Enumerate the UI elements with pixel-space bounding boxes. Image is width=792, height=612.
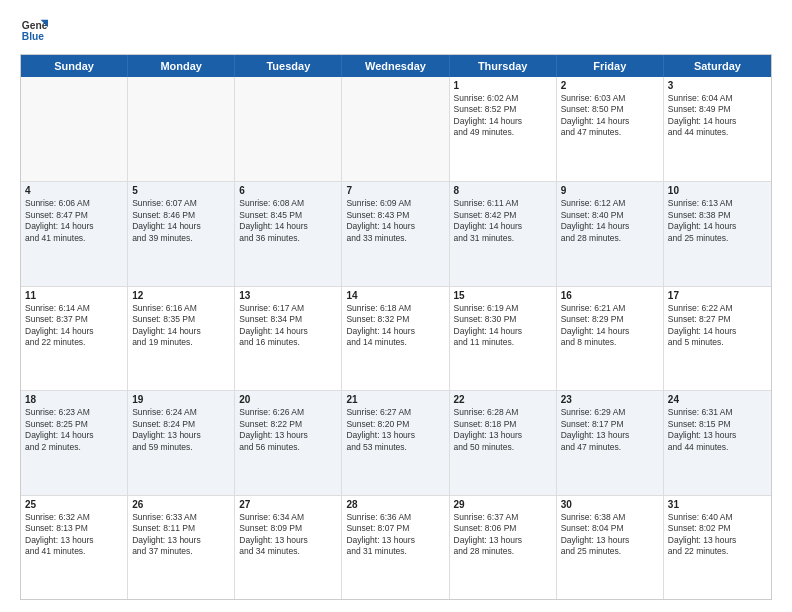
day-info: Sunrise: 6:03 AM Sunset: 8:50 PM Dayligh… (561, 93, 659, 139)
day-cell-14: 14Sunrise: 6:18 AM Sunset: 8:32 PM Dayli… (342, 287, 449, 390)
calendar-row-4: 18Sunrise: 6:23 AM Sunset: 8:25 PM Dayli… (21, 390, 771, 494)
empty-cell (21, 77, 128, 181)
day-cell-13: 13Sunrise: 6:17 AM Sunset: 8:34 PM Dayli… (235, 287, 342, 390)
day-number: 31 (668, 499, 767, 510)
empty-cell (235, 77, 342, 181)
day-info: Sunrise: 6:19 AM Sunset: 8:30 PM Dayligh… (454, 303, 552, 349)
day-info: Sunrise: 6:31 AM Sunset: 8:15 PM Dayligh… (668, 407, 767, 453)
day-number: 11 (25, 290, 123, 301)
day-number: 12 (132, 290, 230, 301)
day-number: 1 (454, 80, 552, 91)
day-info: Sunrise: 6:11 AM Sunset: 8:42 PM Dayligh… (454, 198, 552, 244)
header-day-monday: Monday (128, 55, 235, 77)
day-cell-27: 27Sunrise: 6:34 AM Sunset: 8:09 PM Dayli… (235, 496, 342, 599)
day-info: Sunrise: 6:17 AM Sunset: 8:34 PM Dayligh… (239, 303, 337, 349)
day-number: 5 (132, 185, 230, 196)
day-info: Sunrise: 6:23 AM Sunset: 8:25 PM Dayligh… (25, 407, 123, 453)
day-number: 27 (239, 499, 337, 510)
day-cell-1: 1Sunrise: 6:02 AM Sunset: 8:52 PM Daylig… (450, 77, 557, 181)
day-number: 10 (668, 185, 767, 196)
day-number: 21 (346, 394, 444, 405)
day-number: 30 (561, 499, 659, 510)
day-number: 23 (561, 394, 659, 405)
day-info: Sunrise: 6:18 AM Sunset: 8:32 PM Dayligh… (346, 303, 444, 349)
day-info: Sunrise: 6:06 AM Sunset: 8:47 PM Dayligh… (25, 198, 123, 244)
day-info: Sunrise: 6:33 AM Sunset: 8:11 PM Dayligh… (132, 512, 230, 558)
day-number: 24 (668, 394, 767, 405)
day-number: 26 (132, 499, 230, 510)
day-info: Sunrise: 6:28 AM Sunset: 8:18 PM Dayligh… (454, 407, 552, 453)
svg-text:Blue: Blue (22, 31, 45, 42)
header-day-friday: Friday (557, 55, 664, 77)
day-cell-24: 24Sunrise: 6:31 AM Sunset: 8:15 PM Dayli… (664, 391, 771, 494)
day-info: Sunrise: 6:07 AM Sunset: 8:46 PM Dayligh… (132, 198, 230, 244)
day-number: 14 (346, 290, 444, 301)
day-info: Sunrise: 6:08 AM Sunset: 8:45 PM Dayligh… (239, 198, 337, 244)
day-cell-25: 25Sunrise: 6:32 AM Sunset: 8:13 PM Dayli… (21, 496, 128, 599)
day-cell-11: 11Sunrise: 6:14 AM Sunset: 8:37 PM Dayli… (21, 287, 128, 390)
day-cell-4: 4Sunrise: 6:06 AM Sunset: 8:47 PM Daylig… (21, 182, 128, 285)
header-day-sunday: Sunday (21, 55, 128, 77)
day-info: Sunrise: 6:14 AM Sunset: 8:37 PM Dayligh… (25, 303, 123, 349)
day-cell-8: 8Sunrise: 6:11 AM Sunset: 8:42 PM Daylig… (450, 182, 557, 285)
day-cell-5: 5Sunrise: 6:07 AM Sunset: 8:46 PM Daylig… (128, 182, 235, 285)
day-number: 19 (132, 394, 230, 405)
day-number: 9 (561, 185, 659, 196)
calendar-row-2: 4Sunrise: 6:06 AM Sunset: 8:47 PM Daylig… (21, 181, 771, 285)
header-day-thursday: Thursday (450, 55, 557, 77)
day-number: 15 (454, 290, 552, 301)
header-day-tuesday: Tuesday (235, 55, 342, 77)
day-cell-28: 28Sunrise: 6:36 AM Sunset: 8:07 PM Dayli… (342, 496, 449, 599)
day-number: 18 (25, 394, 123, 405)
day-cell-21: 21Sunrise: 6:27 AM Sunset: 8:20 PM Dayli… (342, 391, 449, 494)
day-cell-7: 7Sunrise: 6:09 AM Sunset: 8:43 PM Daylig… (342, 182, 449, 285)
day-cell-18: 18Sunrise: 6:23 AM Sunset: 8:25 PM Dayli… (21, 391, 128, 494)
day-info: Sunrise: 6:21 AM Sunset: 8:29 PM Dayligh… (561, 303, 659, 349)
day-cell-10: 10Sunrise: 6:13 AM Sunset: 8:38 PM Dayli… (664, 182, 771, 285)
empty-cell (128, 77, 235, 181)
day-number: 3 (668, 80, 767, 91)
day-number: 7 (346, 185, 444, 196)
day-number: 17 (668, 290, 767, 301)
day-info: Sunrise: 6:38 AM Sunset: 8:04 PM Dayligh… (561, 512, 659, 558)
day-info: Sunrise: 6:22 AM Sunset: 8:27 PM Dayligh… (668, 303, 767, 349)
day-cell-20: 20Sunrise: 6:26 AM Sunset: 8:22 PM Dayli… (235, 391, 342, 494)
day-cell-9: 9Sunrise: 6:12 AM Sunset: 8:40 PM Daylig… (557, 182, 664, 285)
day-info: Sunrise: 6:12 AM Sunset: 8:40 PM Dayligh… (561, 198, 659, 244)
day-number: 2 (561, 80, 659, 91)
day-info: Sunrise: 6:02 AM Sunset: 8:52 PM Dayligh… (454, 93, 552, 139)
day-cell-29: 29Sunrise: 6:37 AM Sunset: 8:06 PM Dayli… (450, 496, 557, 599)
empty-cell (342, 77, 449, 181)
day-info: Sunrise: 6:29 AM Sunset: 8:17 PM Dayligh… (561, 407, 659, 453)
header-day-wednesday: Wednesday (342, 55, 449, 77)
day-cell-23: 23Sunrise: 6:29 AM Sunset: 8:17 PM Dayli… (557, 391, 664, 494)
day-info: Sunrise: 6:40 AM Sunset: 8:02 PM Dayligh… (668, 512, 767, 558)
calendar-row-5: 25Sunrise: 6:32 AM Sunset: 8:13 PM Dayli… (21, 495, 771, 599)
day-cell-17: 17Sunrise: 6:22 AM Sunset: 8:27 PM Dayli… (664, 287, 771, 390)
day-cell-22: 22Sunrise: 6:28 AM Sunset: 8:18 PM Dayli… (450, 391, 557, 494)
day-number: 16 (561, 290, 659, 301)
day-info: Sunrise: 6:37 AM Sunset: 8:06 PM Dayligh… (454, 512, 552, 558)
calendar-row-3: 11Sunrise: 6:14 AM Sunset: 8:37 PM Dayli… (21, 286, 771, 390)
calendar-body: 1Sunrise: 6:02 AM Sunset: 8:52 PM Daylig… (21, 77, 771, 599)
calendar: SundayMondayTuesdayWednesdayThursdayFrid… (20, 54, 772, 600)
day-number: 29 (454, 499, 552, 510)
day-info: Sunrise: 6:09 AM Sunset: 8:43 PM Dayligh… (346, 198, 444, 244)
day-info: Sunrise: 6:13 AM Sunset: 8:38 PM Dayligh… (668, 198, 767, 244)
page-header: General Blue (20, 16, 772, 44)
day-number: 8 (454, 185, 552, 196)
day-cell-31: 31Sunrise: 6:40 AM Sunset: 8:02 PM Dayli… (664, 496, 771, 599)
day-cell-26: 26Sunrise: 6:33 AM Sunset: 8:11 PM Dayli… (128, 496, 235, 599)
day-info: Sunrise: 6:24 AM Sunset: 8:24 PM Dayligh… (132, 407, 230, 453)
calendar-row-1: 1Sunrise: 6:02 AM Sunset: 8:52 PM Daylig… (21, 77, 771, 181)
day-cell-12: 12Sunrise: 6:16 AM Sunset: 8:35 PM Dayli… (128, 287, 235, 390)
day-cell-15: 15Sunrise: 6:19 AM Sunset: 8:30 PM Dayli… (450, 287, 557, 390)
day-info: Sunrise: 6:36 AM Sunset: 8:07 PM Dayligh… (346, 512, 444, 558)
day-number: 25 (25, 499, 123, 510)
day-cell-2: 2Sunrise: 6:03 AM Sunset: 8:50 PM Daylig… (557, 77, 664, 181)
header-day-saturday: Saturday (664, 55, 771, 77)
day-number: 20 (239, 394, 337, 405)
day-cell-19: 19Sunrise: 6:24 AM Sunset: 8:24 PM Dayli… (128, 391, 235, 494)
logo-icon: General Blue (20, 16, 48, 44)
day-cell-6: 6Sunrise: 6:08 AM Sunset: 8:45 PM Daylig… (235, 182, 342, 285)
